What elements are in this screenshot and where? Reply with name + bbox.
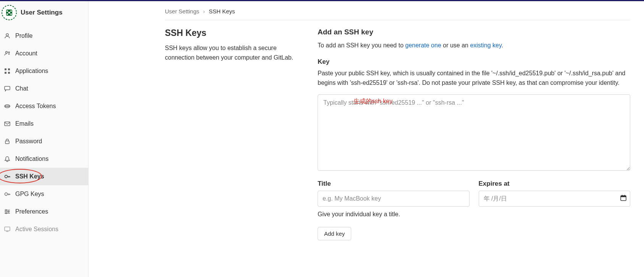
main-content: User Settings › SSH Keys SSH Keys SSH ke… — [89, 1, 644, 277]
page-description: SSH keys allow you to establish a secure… — [165, 44, 302, 63]
sidebar-item-label: Active Sessions — [15, 226, 58, 233]
svg-rect-14 — [5, 86, 10, 90]
svg-point-9 — [8, 52, 10, 53]
svg-point-17 — [7, 106, 8, 107]
sidebar-item-applications[interactable]: Applications — [0, 62, 88, 80]
svg-rect-26 — [5, 227, 10, 231]
sidebar-item-label: Password — [15, 138, 42, 145]
svg-point-7 — [6, 34, 8, 36]
sidebar-item-label: Emails — [15, 120, 34, 127]
ssh-key-textarea[interactable] — [318, 94, 630, 171]
svg-point-2 — [6, 10, 8, 12]
page-title: SSH Keys — [165, 28, 302, 38]
ssh-keys-icon — [4, 173, 11, 180]
sidebar-item-gpg-keys[interactable]: GPG Keys — [0, 185, 88, 203]
svg-point-5 — [10, 13, 12, 15]
sidebar-item-label: Account — [15, 50, 37, 57]
breadcrumb: User Settings › SSH Keys — [165, 1, 630, 20]
gpg-keys-icon — [4, 191, 11, 197]
svg-point-16 — [5, 106, 6, 107]
sidebar-item-label: GPG Keys — [15, 191, 44, 198]
breadcrumb-root[interactable]: User Settings — [165, 8, 199, 15]
svg-point-3 — [10, 10, 12, 12]
sidebar-item-label: Notifications — [15, 156, 48, 162]
breadcrumb-current: SSH Keys — [209, 8, 235, 15]
profile-icon — [4, 33, 11, 39]
svg-point-25 — [6, 213, 7, 214]
svg-point-23 — [6, 210, 7, 211]
sidebar-item-label: Profile — [15, 32, 32, 39]
chat-icon — [4, 86, 11, 92]
expires-input[interactable] — [479, 191, 631, 207]
svg-rect-30 — [625, 195, 625, 196]
avatar — [2, 5, 17, 20]
svg-point-18 — [8, 106, 9, 107]
svg-rect-28 — [621, 196, 626, 197]
svg-rect-12 — [5, 72, 6, 74]
sidebar-item-access-tokens[interactable]: Access Tokens — [0, 97, 88, 115]
add-key-text: To add an SSH key you need to generate o… — [318, 41, 630, 50]
svg-point-4 — [6, 13, 8, 15]
sidebar-item-active-sessions[interactable]: Active Sessions — [0, 220, 88, 238]
password-icon — [4, 138, 11, 144]
sidebar-item-notifications[interactable]: Notifications — [0, 150, 88, 168]
sidebar-item-chat[interactable]: Chat — [0, 80, 88, 97]
sidebar: User Settings Profile Account Applicatio… — [0, 1, 89, 277]
chevron-right-icon: › — [203, 8, 205, 15]
access-tokens-icon — [4, 103, 11, 109]
account-icon — [4, 50, 11, 57]
svg-point-24 — [8, 211, 9, 212]
generate-one-link[interactable]: generate one — [405, 42, 441, 49]
svg-point-8 — [6, 52, 8, 53]
svg-point-22 — [5, 193, 8, 196]
expires-label: Expires at — [479, 180, 631, 188]
sidebar-item-label: Preferences — [15, 208, 48, 215]
svg-rect-10 — [5, 68, 6, 70]
key-help-text: Paste your public SSH key, which is usua… — [318, 69, 630, 88]
title-input[interactable] — [318, 191, 470, 207]
calendar-icon[interactable] — [620, 195, 626, 202]
svg-rect-29 — [622, 195, 623, 196]
sidebar-item-profile[interactable]: Profile — [0, 27, 88, 45]
add-key-button[interactable]: Add key — [318, 227, 351, 240]
svg-rect-19 — [5, 122, 10, 126]
form-column: Add an SSH key To add an SSH key you nee… — [318, 28, 630, 240]
notifications-icon — [4, 156, 11, 162]
sidebar-item-password[interactable]: Password — [0, 133, 88, 150]
emails-icon — [4, 121, 11, 127]
sidebar-item-label: SSH Keys — [15, 173, 44, 180]
existing-key-link[interactable]: existing key — [470, 42, 501, 49]
sidebar-item-label: Access Tokens — [15, 103, 56, 110]
svg-point-21 — [5, 175, 8, 178]
sidebar-header: User Settings — [0, 1, 88, 27]
add-key-heading: Add an SSH key — [318, 28, 630, 36]
intro-column: SSH Keys SSH keys allow you to establish… — [165, 28, 302, 240]
sidebar-item-label: Applications — [15, 68, 48, 75]
sidebar-item-label: Chat — [15, 85, 28, 92]
svg-rect-13 — [8, 72, 10, 74]
sidebar-item-emails[interactable]: Emails — [0, 115, 88, 133]
svg-rect-11 — [8, 68, 10, 70]
active-sessions-icon — [4, 226, 11, 232]
sidebar-item-preferences[interactable]: Preferences — [0, 203, 88, 220]
sidebar-item-account[interactable]: Account — [0, 45, 88, 62]
applications-icon — [4, 68, 11, 74]
svg-rect-20 — [5, 141, 9, 144]
title-label: Title — [318, 180, 470, 188]
sidebar-title: User Settings — [21, 9, 63, 16]
key-label: Key — [318, 58, 630, 66]
sidebar-item-ssh-keys[interactable]: SSH Keys — [0, 168, 88, 185]
preferences-icon — [4, 209, 11, 215]
svg-point-6 — [8, 12, 10, 14]
title-help-text: Give your individual key a title. — [318, 210, 470, 219]
